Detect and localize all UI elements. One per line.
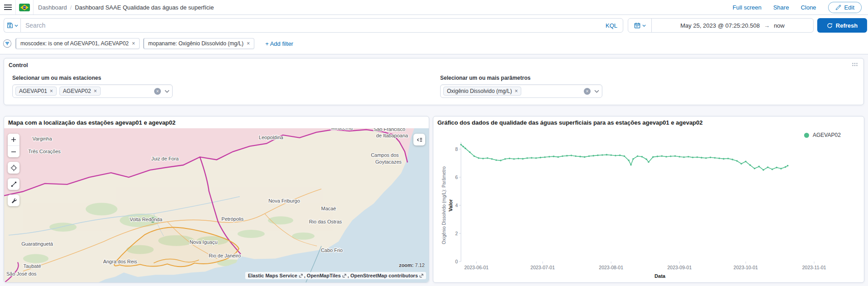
- series-point: [683, 156, 685, 158]
- add-filter-button[interactable]: + Add filter: [265, 40, 293, 47]
- control-panel-title: Control: [9, 62, 859, 68]
- clear-selection-icon[interactable]: ×: [154, 88, 161, 95]
- map-draw-line-button[interactable]: [8, 178, 19, 190]
- series-point: [548, 156, 550, 158]
- map-tools-button[interactable]: [8, 194, 19, 206]
- wrench-icon: [10, 197, 17, 204]
- header-actions: Full screen Share Clone Edit: [732, 2, 868, 13]
- breadcrumb-current-page: Dashboard SAAE Qualidade das águas de su…: [75, 4, 213, 11]
- series-point: [628, 160, 630, 161]
- series-point: [606, 154, 608, 156]
- series-point: [522, 158, 524, 160]
- legend-collapse-icon: [416, 136, 423, 143]
- series-point: [558, 156, 559, 158]
- stations-combobox[interactable]: AGEVAP01 × AGEVAP02 × ×: [12, 84, 173, 98]
- chart-panel: Gráfico dos dados de qualidade das águas…: [433, 116, 864, 283]
- series-point: [780, 168, 782, 170]
- series-point: [705, 157, 707, 159]
- date-range-end[interactable]: now: [774, 22, 785, 29]
- external-link-icon: [342, 274, 346, 278]
- map-zoom-out-button[interactable]: [8, 145, 19, 157]
- pencil-icon: [835, 5, 841, 10]
- series-point: [509, 158, 510, 160]
- series-point: [540, 157, 542, 159]
- series-point: [665, 156, 667, 158]
- kql-syntax-button[interactable]: KQL: [600, 22, 623, 29]
- date-range[interactable]: May 25, 2023 @ 07:25:20.508 → now: [652, 22, 813, 29]
- series-point: [531, 157, 533, 159]
- series-point: [723, 158, 725, 160]
- date-range-start[interactable]: May 25, 2023 @ 07:25:20.508: [680, 22, 760, 29]
- remove-chip-icon[interactable]: ×: [50, 88, 53, 94]
- refresh-button[interactable]: Refresh: [817, 18, 867, 33]
- map-toolbar: [8, 134, 19, 206]
- series-point: [648, 161, 650, 163]
- series-point: [575, 155, 577, 157]
- attribution-openstreetmap-link[interactable]: OpenStreetMap contributors: [350, 273, 418, 278]
- breadcrumb-dashboard[interactable]: Dashboard: [38, 4, 67, 11]
- series-point: [661, 155, 663, 157]
- chevron-down-icon[interactable]: [594, 90, 599, 93]
- series-point: [736, 160, 738, 162]
- filter-pill-mopaname[interactable]: mopaname: Oxigênio Dissolvido (mg/L) ×: [143, 38, 254, 49]
- chart-ticks: 024682023-06-012023-07-012023-08-012023-…: [455, 146, 826, 271]
- map-zoom-label: zoom:: [399, 262, 413, 268]
- share-link[interactable]: Share: [773, 4, 789, 11]
- remove-filter-icon[interactable]: ×: [132, 40, 135, 47]
- chip-label: Oxigênio Dissolvido (mg/L): [447, 88, 512, 94]
- attribution-elastic-maps-link[interactable]: Elastic Maps Service: [248, 273, 297, 278]
- remove-chip-icon[interactable]: ×: [94, 88, 97, 94]
- series-point: [465, 148, 466, 150]
- full-screen-link[interactable]: Full screen: [732, 4, 761, 11]
- filter-icon[interactable]: [3, 39, 12, 48]
- series-point: [727, 158, 729, 160]
- brazil-flag-logo[interactable]: [16, 0, 33, 15]
- parameters-combobox[interactable]: Oxigênio Dissolvido (mg/L) × ×: [440, 84, 602, 98]
- menu-icon[interactable]: [0, 0, 15, 15]
- series-point: [491, 158, 493, 160]
- plus-icon: [11, 137, 16, 142]
- search-input[interactable]: [21, 22, 600, 29]
- map-set-view-button[interactable]: [8, 162, 19, 174]
- clear-selection-icon[interactable]: ×: [584, 88, 591, 95]
- series-point: [776, 167, 778, 169]
- filter-pill-moscodex[interactable]: moscodex: is one of AGEVAP01, AGEVAP02 ×: [15, 38, 140, 49]
- control-panel: Control Selecionar um ou mais estaciones…: [4, 58, 864, 105]
- series-point: [696, 156, 698, 158]
- remove-chip-icon[interactable]: ×: [514, 88, 518, 94]
- map-city-label: Taubaté: [23, 263, 41, 269]
- chevron-down-icon[interactable]: [165, 90, 170, 93]
- map-city-label: Leopoldina: [259, 135, 284, 140]
- panel-options-icon[interactable]: [852, 62, 858, 67]
- map-city-label: Três Corações: [28, 149, 61, 154]
- attribution-openmaptiles-link[interactable]: OpenMapTiles: [307, 273, 341, 278]
- series-point: [624, 155, 626, 157]
- map-city-label: Rio das Ostras: [309, 219, 342, 224]
- series-point: [688, 156, 689, 158]
- station-chip[interactable]: AGEVAP01 ×: [15, 87, 57, 96]
- map-city-label: Petrópolis: [222, 216, 244, 222]
- series-point: [469, 151, 471, 153]
- series-point: [482, 158, 484, 160]
- map-zoom-in-button[interactable]: [8, 134, 19, 145]
- map-attribution: Elastic Maps Service , OpenMapTiles , Op…: [245, 272, 426, 279]
- remove-filter-icon[interactable]: ×: [247, 40, 250, 47]
- x-tick-label: 2023-10-01: [733, 265, 758, 270]
- series-point: [588, 155, 590, 157]
- map-canvas[interactable]: VarginhaTrês CoraçõesLeopoldinaJuiz de F…: [4, 128, 429, 282]
- series-point: [579, 156, 581, 158]
- clone-link[interactable]: Clone: [801, 4, 816, 11]
- series-point: [762, 169, 764, 171]
- edit-button[interactable]: Edit: [828, 2, 862, 13]
- saved-query-menu-button[interactable]: [4, 18, 20, 33]
- parameter-chip[interactable]: Oxigênio Dissolvido (mg/L) ×: [443, 87, 521, 96]
- series-point: [745, 161, 747, 163]
- header-divider: [33, 0, 34, 15]
- series-point: [657, 155, 659, 157]
- x-tick-label: 2023-07-01: [530, 265, 555, 270]
- map-legend-toggle-button[interactable]: [413, 134, 425, 145]
- station-chip[interactable]: AGEVAP02 ×: [59, 87, 101, 96]
- line-chart[interactable]: Valor Oxigênio Dissolvido (mg/L): Parâme…: [433, 128, 865, 283]
- series-point: [495, 159, 497, 161]
- date-picker-menu-button[interactable]: [628, 19, 652, 32]
